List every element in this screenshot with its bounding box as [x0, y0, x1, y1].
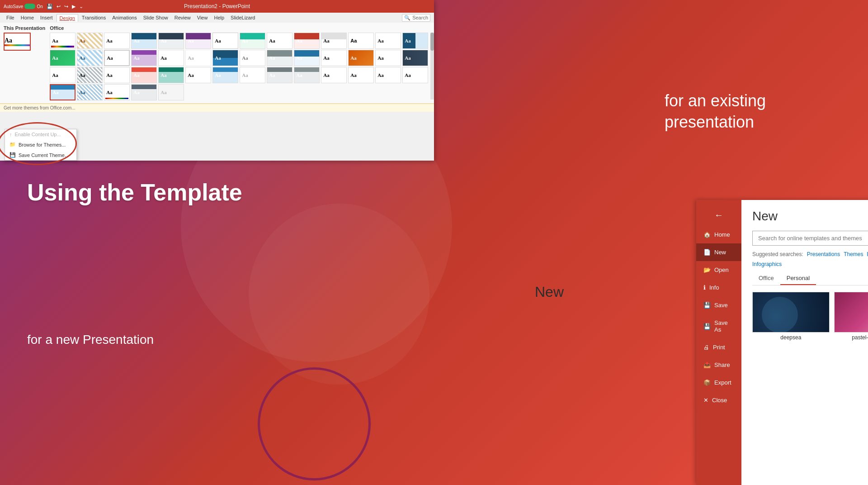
save-icon[interactable]: 💾 [47, 4, 53, 10]
theme-10[interactable]: Aa [294, 33, 320, 49]
theme-8[interactable]: Aa [240, 33, 265, 49]
menu-slidelizard[interactable]: SlideLizard [228, 14, 258, 21]
new-label-callout: New [535, 284, 564, 300]
theme-39[interactable]: Aa [321, 67, 347, 83]
theme-42[interactable]: Aa [402, 67, 428, 83]
menu-animations[interactable]: Animations [109, 14, 139, 21]
theme-21[interactable]: Aa [212, 50, 238, 66]
undo-icon[interactable]: ↩ [57, 4, 61, 10]
theme-43[interactable]: Aa [50, 84, 75, 100]
menu-home[interactable]: Home [18, 14, 37, 21]
theme-38[interactable]: Aa [294, 67, 320, 83]
sidebar-new[interactable]: 📄 New [696, 243, 741, 261]
sidebar-export[interactable]: 📦 Export [696, 374, 741, 391]
theme-30[interactable]: Aa [77, 67, 103, 83]
theme-35[interactable]: Aa [212, 67, 238, 83]
theme-27[interactable]: Aa [375, 50, 401, 66]
theme-17[interactable]: Aa [104, 50, 130, 66]
theme-6[interactable]: Aa [185, 33, 211, 49]
sidebar-home[interactable]: 🏠 Home [696, 226, 741, 243]
theme-25[interactable]: Aa [321, 50, 347, 66]
theme-14[interactable]: Aa [402, 33, 428, 49]
theme-28[interactable]: Aa [402, 50, 428, 66]
new-callout-text: New [535, 284, 564, 300]
theme-4[interactable]: Aa [131, 33, 157, 49]
theme-5[interactable]: Aa [158, 33, 184, 49]
template-deepsea[interactable]: deepsea [752, 292, 830, 341]
theme-31[interactable]: Aa [104, 67, 130, 83]
scrollbar-thumb[interactable] [430, 33, 434, 51]
theme-32[interactable]: Aa [131, 67, 157, 83]
menu-transitions[interactable]: Transitions [79, 14, 108, 21]
suggest-themes[interactable]: Themes [844, 251, 863, 257]
theme-22[interactable]: Aa [240, 50, 265, 66]
theme-3[interactable]: Aa [104, 33, 130, 49]
suggest-presentations[interactable]: Presentations [807, 251, 840, 257]
sidebar-info[interactable]: ℹ Info [696, 279, 741, 296]
tab-personal[interactable]: Personal [780, 272, 816, 285]
file-sidebar: ← 🏠 Home 📄 New 📂 Open ℹ Info 💾 Save [696, 200, 741, 485]
search-box[interactable]: 🔍 Search [402, 14, 430, 22]
theme-45[interactable]: Aa [104, 84, 130, 100]
tab-office[interactable]: Office [752, 272, 780, 285]
theme-37[interactable]: Aa [267, 67, 292, 83]
menu-view[interactable]: View [194, 14, 211, 21]
suggested-label: Suggested searches: [752, 251, 803, 257]
search-templates-bar[interactable]: 🔍 [752, 231, 868, 246]
autosave-toggle[interactable] [24, 4, 35, 9]
current-theme-box[interactable]: Aa [4, 33, 31, 51]
menu-insert[interactable]: Insert [38, 14, 56, 21]
back-button[interactable]: ← [696, 204, 741, 226]
sidebar-saveas[interactable]: 💾 Save As [696, 314, 741, 338]
theme-36[interactable]: Aa [240, 67, 265, 83]
template-pastel[interactable]: pastel-watercolor [834, 292, 868, 341]
theme-23[interactable]: Aa [267, 50, 292, 66]
theme-44[interactable]: Aa [77, 84, 103, 100]
theme-34[interactable]: Aa [185, 67, 211, 83]
theme-scrollbar[interactable] [430, 33, 434, 100]
theme-41[interactable]: Aa [375, 67, 401, 83]
theme-40[interactable]: Aa [348, 67, 374, 83]
theme-1[interactable]: Aa [50, 33, 75, 49]
redo-icon[interactable]: ↪ [64, 4, 68, 10]
menu-design[interactable]: Design [57, 14, 78, 22]
present-icon[interactable]: ▶ [72, 4, 75, 10]
tab-office-label: Office [759, 275, 774, 281]
tab-personal-label: Personal [787, 275, 810, 281]
open-label: Open [714, 266, 729, 273]
theme-19[interactable]: Aa [158, 50, 184, 66]
sidebar-print[interactable]: 🖨 Print [696, 338, 741, 356]
theme-26[interactable]: Aa [348, 50, 374, 66]
theme-47[interactable]: Aa [158, 84, 184, 100]
theme-16[interactable]: Aa [77, 50, 103, 66]
sidebar-save[interactable]: 💾 Save [696, 296, 741, 314]
sidebar-share[interactable]: 📤 Share [696, 356, 741, 374]
theme-15[interactable]: Aa [50, 50, 75, 66]
saveas-label: Save As [714, 319, 734, 333]
theme-11[interactable]: Aa [321, 33, 347, 49]
theme-20[interactable]: Aa [185, 50, 211, 66]
theme-24[interactable]: Aa [294, 50, 320, 66]
aa-label: Aa [5, 37, 30, 44]
theme-9[interactable]: Aa [267, 33, 292, 49]
theme-29[interactable]: Aa [50, 67, 75, 83]
menu-review[interactable]: Review [172, 14, 193, 21]
theme-2[interactable]: Aa [77, 33, 103, 49]
suggest-infographics[interactable]: Infographics [752, 261, 782, 267]
theme-33[interactable]: Aa [158, 67, 184, 83]
menu-help[interactable]: Help [211, 14, 227, 21]
theme-12[interactable]: Aa [348, 33, 374, 49]
theme-18[interactable]: Aa [131, 50, 157, 66]
sidebar-open[interactable]: 📂 Open [696, 261, 741, 279]
theme-13[interactable]: Aa [375, 33, 401, 49]
search-templates-input[interactable] [753, 231, 868, 245]
menu-slideshow[interactable]: Slide Show [141, 14, 171, 21]
template-thumb-deepsea[interactable] [752, 292, 830, 333]
menu-file[interactable]: File [4, 14, 17, 21]
theme-7[interactable]: Aa [212, 33, 238, 49]
home-icon: 🏠 [703, 231, 711, 238]
template-thumb-pastel[interactable] [834, 292, 868, 333]
more-icon[interactable]: ⌄ [79, 4, 83, 10]
sidebar-close[interactable]: ✕ Close [696, 391, 741, 409]
theme-46[interactable]: Aa [131, 84, 157, 100]
